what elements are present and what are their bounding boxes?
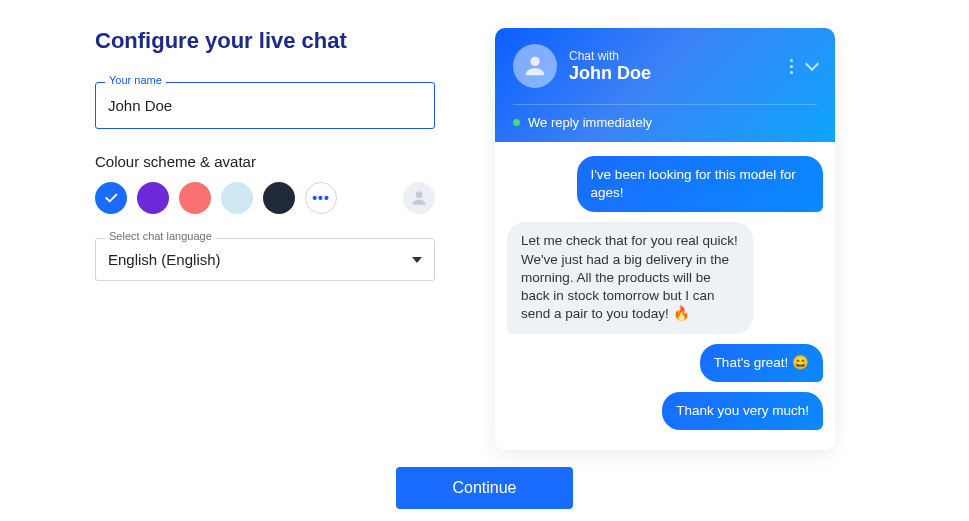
page-title: Configure your live chat <box>95 28 435 54</box>
user-icon <box>521 52 549 80</box>
chat-preview: Chat with John Doe We reply immediately … <box>495 28 835 450</box>
user-message: That's great! 😄 <box>700 344 823 382</box>
reply-status-bar: We reply immediately <box>513 104 817 142</box>
more-colours-button[interactable]: ••• <box>305 182 337 214</box>
colour-swatch[interactable] <box>179 182 211 214</box>
operator-name: John Doe <box>569 63 651 84</box>
chat-body: I've been looking for this model for age… <box>495 142 835 450</box>
svg-point-0 <box>416 191 423 198</box>
caret-down-icon <box>412 257 422 263</box>
language-select[interactable]: English (English) <box>95 238 435 281</box>
online-status-dot <box>513 119 520 126</box>
check-icon <box>103 190 119 206</box>
colour-section-label: Colour scheme & avatar <box>95 153 435 170</box>
continue-bar: Continue <box>0 467 969 509</box>
name-field-group: Your name <box>95 82 435 129</box>
reply-status-text: We reply immediately <box>528 115 652 130</box>
chat-with-label: Chat with <box>569 49 651 63</box>
avatar-picker[interactable] <box>403 182 435 214</box>
colour-swatch[interactable] <box>263 182 295 214</box>
chevron-down-icon[interactable] <box>805 57 819 71</box>
chat-header: Chat with John Doe We reply immediately <box>495 28 835 142</box>
colour-swatch[interactable] <box>137 182 169 214</box>
language-field-group: Select chat language English (English) <box>95 238 435 281</box>
continue-button[interactable]: Continue <box>396 467 572 509</box>
svg-point-1 <box>530 57 539 66</box>
user-message: I've been looking for this model for age… <box>577 156 823 212</box>
language-value: English (English) <box>108 251 221 268</box>
operator-avatar <box>513 44 557 88</box>
colour-swatch[interactable] <box>95 182 127 214</box>
menu-icon[interactable] <box>790 59 793 74</box>
colour-swatch[interactable] <box>221 182 253 214</box>
swatch-row: ••• <box>95 182 435 214</box>
agent-message: Let me check that for you real quick! We… <box>507 222 753 333</box>
user-message: Thank you very much! <box>662 392 823 430</box>
user-icon <box>409 188 429 208</box>
name-input[interactable] <box>95 82 435 129</box>
name-field-label: Your name <box>105 74 166 86</box>
language-field-label: Select chat language <box>105 230 216 242</box>
